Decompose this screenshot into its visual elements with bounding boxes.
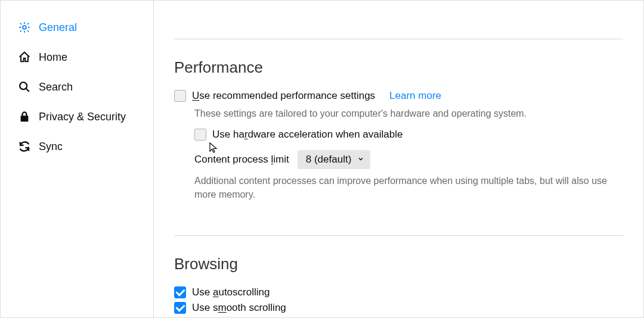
sidebar-item-label: General [39,21,77,34]
content-process-row: Content process limit 8 (default) [194,150,623,169]
sidebar-item-label: Sync [39,141,63,153]
sidebar-item-privacy[interactable]: Privacy & Security [1,102,153,132]
autoscroll-row: Use autoscrolling [174,286,623,298]
sidebar-item-sync[interactable]: Sync [1,132,153,161]
hw-accel-label: Use hardware acceleration when available [212,129,402,141]
svg-point-1 [20,82,27,89]
divider [174,235,623,236]
sidebar-item-label: Home [39,51,67,64]
recommended-perf-label: Use recommended performance settings [192,90,375,102]
perf-tailored-text: These settings are tailored to your comp… [194,107,623,120]
smooth-scroll-checkbox[interactable] [174,302,186,314]
content-process-select[interactable]: 8 (default) [298,150,371,169]
sidebar-item-general[interactable]: General [1,13,153,42]
sidebar-item-home[interactable]: Home [1,42,153,72]
smooth-scroll-row: Use smooth scrolling [174,302,623,314]
perf-additional-text: Additional content processes can improve… [194,174,623,201]
smooth-scroll-label: Use smooth scrolling [192,302,286,314]
autoscroll-label: Use autoscrolling [192,286,270,298]
hw-accel-checkbox[interactable] [194,129,206,141]
sidebar-item-search[interactable]: Search [1,72,153,102]
autoscroll-checkbox[interactable] [174,286,186,298]
home-icon [17,50,32,64]
settings-content: Performance Use recommended performance … [154,1,643,317]
svg-point-0 [23,26,26,29]
sync-icon [17,139,32,154]
performance-heading: Performance [174,58,623,77]
learn-more-link[interactable]: Learn more [389,90,441,102]
recommended-perf-row: Use recommended performance settings Lea… [174,90,623,102]
recommended-perf-checkbox[interactable] [174,90,186,102]
select-value: 8 (default) [306,154,352,166]
sidebar-item-label: Privacy & Security [39,111,126,123]
sidebar-item-label: Search [39,81,73,93]
settings-sidebar: General Home Search Privacy & Security S… [1,1,154,317]
gear-icon [17,20,32,35]
hw-accel-row: Use hardware acceleration when available [194,129,623,141]
content-process-label: Content process limit [194,154,289,166]
search-icon [17,80,32,94]
chevron-down-icon [357,154,364,166]
browsing-heading: Browsing [174,255,623,273]
divider [174,39,623,39]
lock-icon [17,110,32,124]
